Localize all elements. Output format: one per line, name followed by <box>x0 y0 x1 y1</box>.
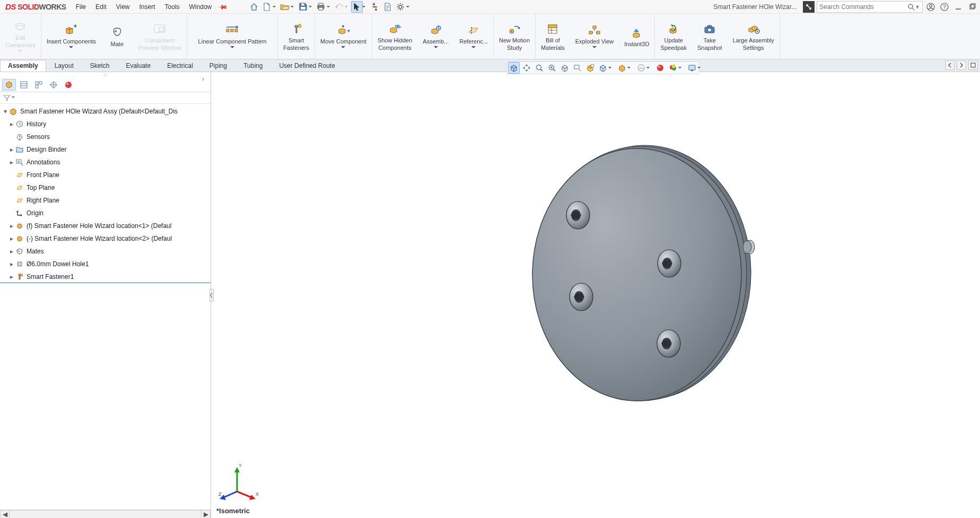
assembly-features-button[interactable]: Assemb... <box>417 14 454 59</box>
tree-right-plane[interactable]: Right Plane <box>0 194 211 207</box>
panel-scrollbar[interactable]: ◀ ▶ <box>0 510 211 518</box>
tree-top-plane[interactable]: Top Plane <box>0 181 211 194</box>
edit-component-button[interactable]: Edit Component <box>0 14 41 59</box>
panel-tab-feature-tree[interactable] <box>2 79 16 91</box>
expand-icon[interactable]: ▸ <box>8 121 15 127</box>
panel-tab-display-manager[interactable] <box>62 79 75 91</box>
expand-icon[interactable]: ▸ <box>8 261 15 267</box>
panel-collapse-icon[interactable]: › <box>199 75 207 83</box>
panel-tab-property-manager[interactable] <box>17 79 31 91</box>
zoom-to-fit-icon[interactable] <box>521 62 532 74</box>
home-icon[interactable] <box>248 1 260 13</box>
linear-component-pattern-button[interactable]: Linear Component Pattern <box>187 14 277 59</box>
wireframe-shaded-icon[interactable] <box>616 62 628 74</box>
panel-tab-configuration-manager[interactable] <box>32 79 46 91</box>
tree-annotations[interactable]: ▸ Annotations <box>0 156 211 169</box>
menu-tools[interactable]: Tools <box>161 2 184 12</box>
expand-icon[interactable]: ▸ <box>8 274 15 280</box>
display-style-icon[interactable] <box>584 62 596 74</box>
tab-piping[interactable]: Piping <box>202 60 235 72</box>
search-input[interactable] <box>819 3 907 11</box>
menu-edit[interactable]: Edit <box>91 2 111 12</box>
save-icon[interactable] <box>297 1 309 13</box>
document-properties-icon[interactable] <box>382 1 393 13</box>
view-orientation-icon[interactable] <box>508 62 520 74</box>
window-minimize-icon[interactable] <box>952 1 964 13</box>
section-view-icon[interactable] <box>559 62 571 74</box>
search-launch-icon[interactable] <box>803 1 815 13</box>
tree-mates[interactable]: ▸ Mates <box>0 245 211 258</box>
scroll-left-icon[interactable]: ◀ <box>0 510 10 519</box>
orientation-triad-icon[interactable]: Y X Z <box>218 461 261 503</box>
tree-sensors[interactable]: Sensors <box>0 130 211 143</box>
open-icon[interactable] <box>279 1 291 13</box>
menu-window[interactable]: Window <box>185 2 216 12</box>
graphics-viewport[interactable]: Y X Z *Isometric <box>214 72 980 518</box>
expand-icon[interactable]: ▸ <box>8 248 15 254</box>
window-restore-icon[interactable] <box>966 1 978 13</box>
help-icon[interactable]: ? <box>939 1 950 13</box>
scene-icon[interactable] <box>635 62 647 74</box>
options-gear-icon[interactable] <box>395 1 406 13</box>
apply-scene-icon[interactable] <box>667 62 679 74</box>
large-assembly-settings-button[interactable]: Large Assembly Settings <box>727 14 779 59</box>
tree-origin[interactable]: Origin <box>0 207 211 220</box>
panel-tab-dimxpert[interactable] <box>47 79 60 91</box>
edit-appearance-icon[interactable] <box>654 62 666 74</box>
tab-assembly[interactable]: Assembly <box>0 60 46 72</box>
smart-fasteners-button[interactable]: Smart Fasteners <box>278 14 314 59</box>
tree-front-plane[interactable]: Front Plane <box>0 169 211 181</box>
move-component-button[interactable]: Move Component <box>315 14 372 59</box>
splitter-handle-icon[interactable] <box>209 289 214 302</box>
scroll-right-icon[interactable]: ▶ <box>201 510 211 519</box>
tab-layout[interactable]: Layout <box>47 60 82 72</box>
pin-menu-icon[interactable]: 📌 <box>217 1 229 12</box>
print-icon[interactable] <box>315 1 327 13</box>
tab-user-defined-route[interactable]: User Defined Route <box>271 60 343 72</box>
take-snapshot-button[interactable]: Take Snapshot <box>692 14 727 59</box>
select-cursor-icon[interactable] <box>351 1 363 13</box>
maximize-view-button[interactable] <box>968 60 978 70</box>
tree-filter[interactable] <box>0 92 211 104</box>
tab-electrical[interactable]: Electrical <box>159 60 201 72</box>
dynamic-annotation-icon[interactable] <box>572 62 583 74</box>
feature-tree[interactable]: ▾ Smart Fastener HOle Wizard Assy (Defau… <box>0 104 211 510</box>
expand-icon[interactable]: ▸ <box>8 146 15 153</box>
tree-component-fixed[interactable]: ▸ (f) Smart Fastener Hole Wizard locatio… <box>0 220 211 232</box>
reference-geometry-button[interactable]: Referenc... <box>454 14 493 59</box>
user-icon[interactable] <box>925 1 937 13</box>
show-hidden-components-button[interactable]: Show Hidden Components <box>372 14 417 59</box>
expand-icon[interactable]: ▸ <box>8 223 15 229</box>
insert-components-button[interactable]: Insert Components <box>41 14 101 59</box>
tree-root[interactable]: ▾ Smart Fastener HOle Wizard Assy (Defau… <box>0 105 211 118</box>
expand-icon[interactable]: ▸ <box>8 159 15 165</box>
new-document-icon[interactable] <box>261 1 273 13</box>
view-settings-icon[interactable] <box>686 62 698 74</box>
next-doc-button[interactable] <box>957 60 966 70</box>
tab-evaluate[interactable]: Evaluate <box>118 60 159 72</box>
collapse-icon[interactable]: ▾ <box>2 108 8 115</box>
tree-hole-series[interactable]: ▸ Ø6.0mm Dowel Hole1 <box>0 258 211 270</box>
exploded-view-button[interactable]: Exploded View <box>570 14 619 59</box>
prev-doc-button[interactable] <box>945 60 955 70</box>
menu-file[interactable]: File <box>72 2 90 12</box>
instant3d-button[interactable]: Instant3D <box>619 14 654 59</box>
tree-design-binder[interactable]: ▸ Design Binder <box>0 143 211 156</box>
tree-history[interactable]: ▸ History <box>0 118 211 130</box>
update-speedpak-button[interactable]: Update Speedpak <box>655 14 692 59</box>
component-preview-window-button[interactable]: Component Preview Window <box>133 14 187 59</box>
menu-insert[interactable]: Insert <box>135 2 160 12</box>
new-motion-study-button[interactable]: New Motion Study <box>494 14 535 59</box>
undo-icon[interactable] <box>333 1 345 13</box>
rebuild-icon[interactable] <box>369 1 381 13</box>
zoom-to-area-icon[interactable] <box>533 62 545 74</box>
tab-sketch[interactable]: Sketch <box>82 60 118 72</box>
expand-icon[interactable]: ▸ <box>8 235 15 242</box>
hide-show-items-icon[interactable] <box>597 62 609 74</box>
tree-smart-fastener[interactable]: ▸ Smart Fastener1 <box>0 270 211 283</box>
previous-view-icon[interactable] <box>546 62 558 74</box>
tab-tubing[interactable]: Tubing <box>235 60 270 72</box>
menu-view[interactable]: View <box>112 2 134 12</box>
search-commands[interactable]: ▾ <box>817 1 923 13</box>
mate-button[interactable]: Mate <box>101 14 133 59</box>
